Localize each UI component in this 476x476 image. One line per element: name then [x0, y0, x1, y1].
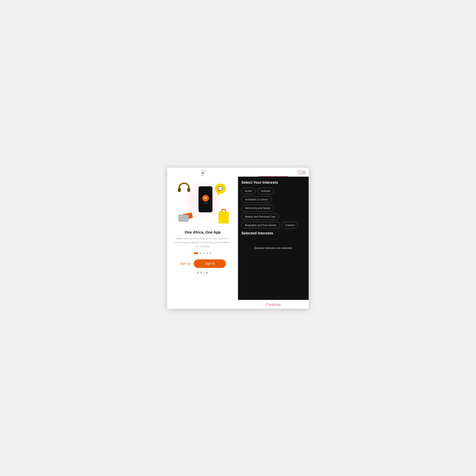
left-content: One Africa, One App Habari gives you tot…	[167, 230, 238, 248]
interests-panel: Select Your Interests Action Animals Ani…	[238, 177, 309, 300]
fourth-tags-row: Beauty and Personal Care	[241, 213, 305, 220]
app-description: Habari gives you total control over your…	[173, 237, 232, 248]
first-tags-row: Action Animals	[241, 187, 305, 194]
tag-animals[interactable]: Animals	[257, 187, 274, 194]
second-tags-row: Animation & Comics	[241, 196, 305, 203]
tag-beauty[interactable]: Beauty and Personal Care	[241, 213, 279, 220]
tag-astronomy[interactable]: Astronomy and Space	[241, 205, 274, 211]
dot-3	[203, 252, 205, 254]
fifth-tags-row: Biography and True Stories Careers	[241, 222, 305, 229]
phone-logo: H	[202, 195, 209, 202]
dot-2	[200, 252, 201, 254]
headphones-icon	[178, 183, 191, 192]
tag-careers[interactable]: Careers	[282, 222, 298, 229]
wallet-icon	[178, 215, 189, 222]
emoji-bubble: 💬	[215, 184, 226, 194]
selected-interests-title: Selected Interests	[241, 231, 305, 235]
skip-arrow-icon: →	[298, 171, 301, 174]
phone-illustration: H Habari	[199, 186, 213, 212]
dot-4	[206, 252, 208, 254]
skip-right-label: Sk	[302, 171, 305, 174]
sign-in-button[interactable]: Sign In	[194, 259, 226, 268]
right-header: → Sk	[238, 168, 309, 174]
sign-up-button[interactable]: Sign Up	[179, 262, 191, 266]
close-button[interactable]: ×	[201, 170, 204, 176]
no-selected-message: General interests not selected.	[241, 247, 305, 250]
page-dots	[194, 252, 211, 254]
right-panel: → Sk Select Your Interests Action Animal…	[238, 167, 309, 309]
dot-1	[194, 252, 198, 254]
left-panel: × 💬 H Habari One Africa, One App Habari …	[167, 167, 238, 309]
continue-bar: Continue	[238, 300, 309, 309]
skip-button[interactable]: S k i p	[197, 271, 209, 274]
continue-button[interactable]: Continue	[266, 303, 281, 307]
tag-action[interactable]: Action	[241, 187, 256, 194]
phone-brand-label: Habari	[203, 202, 208, 204]
selected-section: Selected Interests General interests not…	[241, 231, 305, 250]
select-interests-title: Select Your Interests	[241, 180, 305, 185]
dot-5	[210, 252, 211, 254]
shopping-bag	[219, 211, 229, 223]
illustration-area: 💬 H Habari	[167, 177, 238, 227]
tag-animation-comics[interactable]: Animation & Comics	[241, 196, 272, 203]
skip-right-button[interactable]: → Sk	[298, 170, 305, 174]
tag-biography[interactable]: Biography and True Stories	[241, 222, 280, 229]
app-title: One Africa, One App	[173, 230, 232, 235]
bag-handle	[221, 209, 226, 211]
auth-buttons: Sign Up Sign In	[167, 259, 238, 268]
third-tags-row: Astronomy and Space	[241, 205, 305, 211]
